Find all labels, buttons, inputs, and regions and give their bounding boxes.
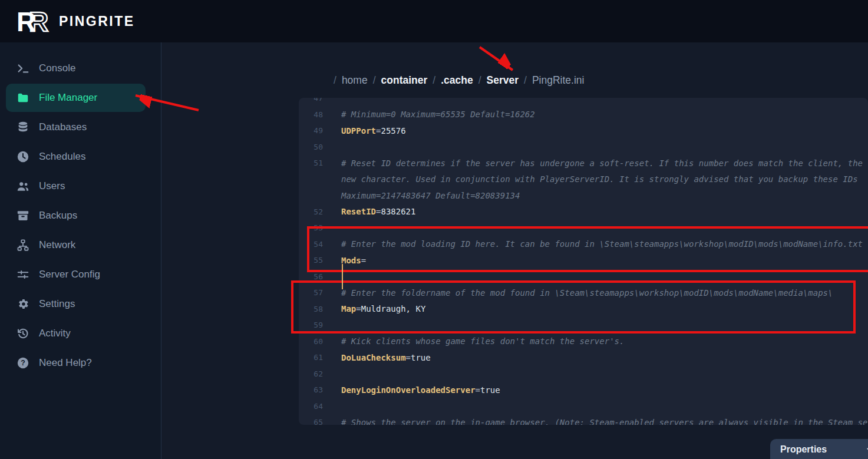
network-icon xyxy=(16,238,30,252)
line-number: 61 xyxy=(299,353,323,362)
code-line-51[interactable]: 51# Reset ID determines if the server ha… xyxy=(299,155,868,171)
sidebar-item-label: Console xyxy=(39,62,75,74)
sidebar-item-server-config[interactable]: Server Config xyxy=(0,260,161,289)
code-text: ResetID=8382621 xyxy=(341,207,415,216)
breadcrumb-separator: / xyxy=(373,74,376,87)
sidebar-item-label: Network xyxy=(39,239,75,251)
code-line-60[interactable]: 60# Kick clients whose game files don't … xyxy=(299,333,868,350)
sidebar-item-users[interactable]: Users xyxy=(0,171,161,201)
breadcrumb-segment-cache[interactable]: .cache xyxy=(441,74,473,87)
sidebar-item-settings[interactable]: Settings xyxy=(0,289,161,319)
sidebar-item-network[interactable]: Network xyxy=(0,230,161,260)
line-number: 54 xyxy=(299,240,323,249)
code-text: DoLuaChecksum=true xyxy=(341,353,431,362)
code-line-58[interactable]: 58Map=Muldraugh, KY xyxy=(299,301,868,318)
line-number: 62 xyxy=(299,369,323,378)
line-number: 47 xyxy=(299,98,323,103)
file-editor[interactable]: 4748# Minimum=0 Maximum=65535 Default=16… xyxy=(299,98,868,425)
code-line-56[interactable]: 56 xyxy=(299,269,868,285)
clock-icon xyxy=(16,150,30,164)
sidebar-item-schedules[interactable]: Schedules xyxy=(0,142,161,171)
sidebar-nav: ConsoleFile ManagerDatabasesSchedulesUse… xyxy=(0,42,161,459)
breadcrumb-segment-server[interactable]: Server xyxy=(487,74,519,87)
brand-name: PINGRITE xyxy=(59,14,135,29)
terminal-icon xyxy=(16,61,30,75)
archive-icon xyxy=(16,209,30,223)
sidebar-item-label: Users xyxy=(39,180,65,192)
breadcrumb-separator: / xyxy=(334,74,336,87)
code-line-53[interactable]: 53 xyxy=(299,220,868,236)
line-number: 63 xyxy=(299,385,323,394)
code-line-65[interactable]: 65# Shows the server on the in-game brow… xyxy=(299,414,868,425)
svg-text:R: R xyxy=(16,8,36,35)
code-line-48[interactable]: 48# Minimum=0 Maximum=65535 Default=1626… xyxy=(299,107,868,123)
users-icon xyxy=(16,179,30,193)
code-text: # Kick clients whose game files don't ma… xyxy=(341,336,624,346)
history-icon xyxy=(16,326,30,341)
code-text: Mods= xyxy=(341,256,366,265)
sidebar-item-console[interactable]: Console xyxy=(0,54,161,83)
line-number: 56 xyxy=(299,272,323,281)
code-line-49[interactable]: 49UDPPort=25576 xyxy=(299,123,868,139)
line-number: 58 xyxy=(299,305,323,313)
sidebar-item-backups[interactable]: Backups xyxy=(0,201,161,230)
line-number: 49 xyxy=(299,126,323,135)
sidebar-item-label: Activity xyxy=(39,328,71,339)
line-number: 48 xyxy=(299,110,323,119)
code-line-55[interactable]: 55Mods= xyxy=(299,252,868,269)
code-line-62[interactable]: 62 xyxy=(299,366,868,382)
sidebar-item-label: Backups xyxy=(39,210,77,222)
code-line-57[interactable]: 57# Enter the foldername of the mod foun… xyxy=(299,285,868,301)
breadcrumb-segment-home[interactable]: home xyxy=(342,74,368,87)
code-line-50[interactable]: 50 xyxy=(299,139,868,156)
sidebar-item-need-help[interactable]: ?Need Help? xyxy=(0,348,161,378)
code-line-61[interactable]: 61DoLuaChecksum=true xyxy=(299,349,868,366)
code-line-64[interactable]: 64 xyxy=(299,398,868,415)
pingrite-monogram-icon: R R xyxy=(15,8,53,35)
line-number: 55 xyxy=(299,256,323,265)
sidebar-item-label: Server Config xyxy=(39,269,100,280)
annotation-arrow-breadcrumb xyxy=(480,47,513,70)
sidebar-item-activity[interactable]: Activity xyxy=(0,319,161,348)
code-line-52[interactable]: 52ResetID=8382621 xyxy=(299,204,868,220)
line-number: 53 xyxy=(299,223,323,232)
code-text: # Shows the server on the in-game browse… xyxy=(341,418,868,425)
code-text: UDPPort=25576 xyxy=(341,126,406,136)
properties-panel[interactable]: Properties xyxy=(770,439,868,459)
chevron-down-icon xyxy=(865,445,868,455)
line-number: 50 xyxy=(299,143,323,151)
breadcrumb-separator: / xyxy=(478,74,481,87)
code-line-wrap[interactable]: new character. Used in conjunction with … xyxy=(299,171,868,188)
code-text: # Reset ID determines if the server has … xyxy=(341,158,863,168)
breadcrumb-segment-pingrite-ini[interactable]: PingRite.ini xyxy=(532,74,585,87)
sidebar-item-label: Schedules xyxy=(39,151,85,163)
line-number: 60 xyxy=(299,337,323,346)
code-text: # Enter the mod loading ID here. It can … xyxy=(341,239,863,249)
code-text: Map=Muldraugh, KY xyxy=(341,304,425,313)
code-line-54[interactable]: 54# Enter the mod loading ID here. It ca… xyxy=(299,236,868,253)
breadcrumb-separator: / xyxy=(433,74,435,87)
sidebar-item-databases[interactable]: Databases xyxy=(0,113,161,142)
line-number: 65 xyxy=(299,418,323,425)
code-text: DenyLoginOnOverloadedServer=true xyxy=(341,385,500,395)
svg-text:?: ? xyxy=(21,359,25,367)
properties-label: Properties xyxy=(780,444,827,455)
sidebar-item-label: Need Help? xyxy=(39,357,92,369)
help-icon: ? xyxy=(16,356,30,370)
topbar: R R PINGRITE xyxy=(0,0,868,42)
app-logo[interactable]: R R PINGRITE xyxy=(15,8,135,35)
code-text: new character. Used in conjunction with … xyxy=(341,174,858,184)
sidebar-item-file-manager[interactable]: File Manager xyxy=(6,84,146,112)
line-number: 57 xyxy=(299,288,323,297)
gear-icon xyxy=(16,297,30,311)
sidebar-item-label: File Manager xyxy=(39,92,97,104)
code-line-59[interactable]: 59 xyxy=(299,317,868,333)
code-line-63[interactable]: 63DenyLoginOnOverloadedServer=true xyxy=(299,382,868,398)
breadcrumb-separator: / xyxy=(524,74,527,87)
text-cursor xyxy=(342,264,343,289)
code-line-47[interactable]: 47 xyxy=(299,98,868,107)
code-line-wrap[interactable]: Maximum=2147483647 Default=820839134 xyxy=(299,187,868,204)
breadcrumb-segment-container[interactable]: container xyxy=(381,74,428,87)
line-number: 51 xyxy=(299,158,323,167)
breadcrumb: /home/container/.cache/Server/PingRite.i… xyxy=(334,73,584,87)
